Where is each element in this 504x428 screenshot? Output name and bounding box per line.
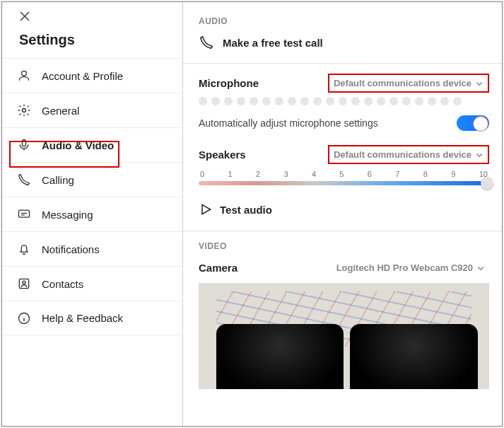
sidebar-item-label: Help & Feedback [42,312,123,324]
speakers-label: Speakers [199,149,246,161]
microphone-device-dropdown[interactable]: Default communications device [328,74,489,93]
chevron-down-icon [476,264,485,272]
speakers-device-dropdown[interactable]: Default communications device [328,145,489,164]
microphone-icon [16,137,32,153]
message-icon [16,207,32,222]
speaker-volume-slider[interactable]: 012345678910 [199,170,489,185]
divider [183,63,502,64]
sidebar: Settings Account & Profile General Audio… [2,2,183,426]
video-section-label: VIDEO [199,241,489,251]
sidebar-item-label: Messaging [42,209,93,221]
microphone-label: Microphone [199,77,259,89]
sidebar-item-account-profile[interactable]: Account & Profile [2,58,182,93]
settings-title: Settings [2,29,182,58]
sidebar-item-label: Audio & Video [42,139,114,151]
sidebar-item-label: Calling [42,174,74,186]
person-icon [16,68,32,83]
info-icon [16,311,32,326]
sidebar-nav: Account & Profile General Audio & Video … [2,58,182,426]
sidebar-item-messaging[interactable]: Messaging [2,197,182,231]
phone-icon [16,172,32,187]
test-audio-button[interactable]: Test audio [199,202,489,216]
camera-device-dropdown[interactable]: Logitech HD Pro Webcam C920 [332,260,489,276]
chevron-down-icon [475,79,484,88]
camera-device-value: Logitech HD Pro Webcam C920 [336,262,473,273]
play-icon [199,202,213,216]
camera-preview [199,283,489,389]
svg-rect-2 [23,140,26,146]
auto-adjust-toggle[interactable] [457,115,489,131]
speaker-slider-track [199,181,489,185]
divider [183,231,502,231]
gear-icon [16,103,32,118]
svg-rect-3 [19,210,30,217]
sidebar-item-label: Contacts [42,278,83,290]
auto-adjust-label: Automatically adjust microphone settings [199,117,378,129]
bell-icon [16,241,32,257]
sidebar-item-label: General [42,105,79,117]
sidebar-item-calling[interactable]: Calling [2,162,182,197]
audio-section-label: AUDIO [199,16,489,26]
sidebar-item-label: Account & Profile [42,70,123,82]
sidebar-item-general[interactable]: General [2,93,182,127]
sidebar-item-help-feedback[interactable]: Help & Feedback [2,301,182,335]
sidebar-item-audio-video[interactable]: Audio & Video [2,127,182,162]
svg-point-5 [23,281,25,284]
svg-point-0 [22,71,27,76]
close-icon[interactable] [19,11,30,22]
content-pane: AUDIO Make a free test call Microphone D… [183,2,502,426]
speakers-device-value: Default communications device [334,149,471,160]
make-test-call-button[interactable]: Make a free test call [199,35,489,50]
sidebar-item-contacts[interactable]: Contacts [2,266,182,301]
chevron-down-icon [475,151,484,159]
contacts-icon [16,276,32,291]
microphone-level-meter [199,97,489,105]
make-test-call-label: Make a free test call [223,37,323,49]
sidebar-item-notifications[interactable]: Notifications [2,231,182,266]
microphone-device-value: Default communications device [334,78,471,88]
sidebar-item-label: Notifications [42,243,100,255]
phone-outline-icon [199,35,214,50]
svg-point-1 [23,109,26,112]
settings-dialog: Settings Account & Profile General Audio… [1,1,503,427]
test-audio-label: Test audio [220,204,272,216]
speaker-scale-labels: 012345678910 [199,170,489,178]
speaker-slider-thumb[interactable] [481,177,493,190]
camera-label: Camera [199,262,238,274]
